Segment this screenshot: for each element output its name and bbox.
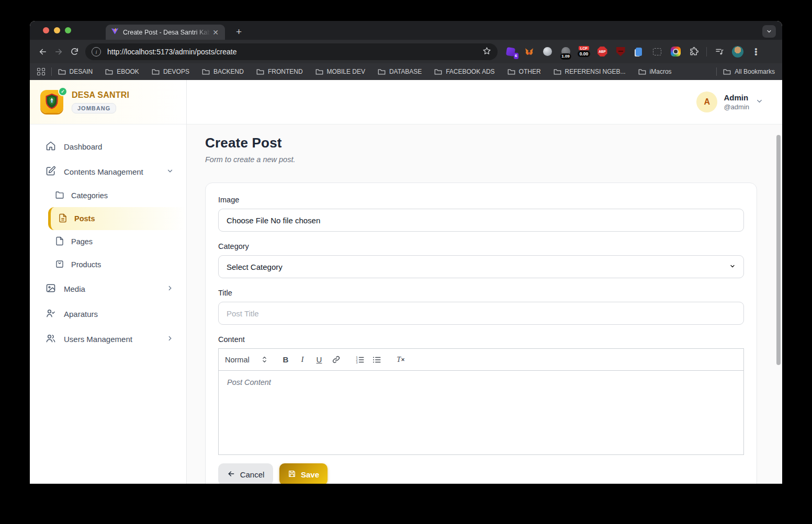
brand-logo: ✓ [40, 90, 64, 114]
category-select[interactable]: Select Category [218, 255, 744, 278]
user-avatar[interactable]: A [696, 92, 717, 112]
link-button[interactable] [329, 352, 343, 367]
editor-toolbar: Normal B I U 123 [219, 349, 743, 371]
sidebar-item-products[interactable]: Products [30, 253, 186, 276]
bookmarks-bar: DESAIN EBOOK DEVOPS BACKEND FRONTEND MOB… [30, 63, 782, 80]
save-button[interactable]: Save [279, 463, 328, 484]
folder-icon [434, 69, 442, 75]
bookmark-folder-referensi[interactable]: REFERENSI NGEB... [554, 68, 626, 75]
new-tab-button[interactable]: + [233, 26, 245, 38]
page-title: Create Post [205, 135, 757, 151]
back-icon[interactable] [35, 44, 51, 60]
user-handle: @admin [724, 103, 749, 111]
bullet-list-button[interactable] [369, 352, 384, 367]
tab-close-icon[interactable]: ✕ [210, 28, 221, 37]
sidebar-item-posts[interactable]: Posts [48, 207, 186, 230]
extension-version-icon[interactable]: 1.09 [560, 46, 571, 58]
browser-tab[interactable]: Create Post - Desa Santri Kab ✕ [106, 25, 225, 40]
file-icon [55, 236, 64, 247]
extensions-puzzle-icon[interactable] [688, 46, 700, 58]
tab-search-chevron-icon[interactable] [762, 25, 776, 38]
select-caret-icon [729, 263, 736, 270]
chevron-right-icon [166, 284, 174, 293]
close-window-button[interactable] [43, 27, 49, 33]
ordered-list-button[interactable]: 123 [353, 352, 367, 367]
extension-purple-icon[interactable]: 6 [505, 46, 516, 58]
category-selected-value: Select Category [227, 263, 283, 271]
mobile-view-icon[interactable] [633, 46, 645, 58]
folder-icon [315, 69, 323, 75]
site-info-icon[interactable]: i [92, 47, 101, 56]
bookmark-folder-other[interactable]: OTHER [508, 68, 541, 75]
sidebar-item-pages[interactable]: Pages [30, 230, 186, 253]
adblock-plus-icon[interactable]: ABP [596, 46, 608, 58]
browser-toolbar: i http://localhost:5173/admin/posts/crea… [30, 40, 782, 63]
edit-icon [46, 166, 56, 178]
sidebar-item-categories[interactable]: Categories [30, 184, 186, 207]
folder-icon [508, 69, 515, 75]
chevron-down-icon [166, 167, 174, 176]
sidebar-item-media[interactable]: Media [30, 276, 186, 301]
bookmark-folder-backend[interactable]: BACKEND [202, 68, 244, 75]
bookmark-folder-desain[interactable]: DESAIN [58, 68, 93, 75]
profile-avatar-icon[interactable] [732, 46, 743, 58]
extension-icons: 6 1.09 LCP0.00 ABP ••• [505, 46, 762, 58]
folder-icon [378, 69, 386, 75]
sidebar-item-dashboard[interactable]: Dashboard [30, 134, 186, 159]
sidebar-item-users-management[interactable]: Users Management [30, 326, 186, 351]
verified-check-icon: ✓ [58, 87, 67, 96]
color-ring-icon[interactable] [670, 46, 681, 58]
svg-text:3: 3 [356, 360, 358, 363]
editor-format-select[interactable]: Normal [225, 356, 271, 364]
sidebar-item-aparaturs[interactable]: Aparaturs [30, 301, 186, 326]
clear-format-button[interactable]: T✕ [393, 352, 408, 367]
screenshot-frame-icon[interactable] [651, 46, 663, 58]
image-file-input[interactable]: Choose File No file chosen [218, 209, 744, 232]
folder-icon [55, 190, 64, 201]
title-label: Title [218, 289, 744, 297]
extension-gray-ball-icon[interactable] [542, 46, 553, 58]
browser-window: Create Post - Desa Santri Kab ✕ + i http… [30, 21, 782, 484]
shield-blocker-icon[interactable] [615, 46, 626, 58]
editor-body[interactable]: Post Content [219, 371, 743, 454]
cancel-button[interactable]: Cancel [218, 463, 273, 484]
sidebar-item-contents-management[interactable]: Contents Management [30, 159, 186, 184]
minimize-window-button[interactable] [54, 27, 60, 33]
bookmark-folder-facebook-ads[interactable]: FACEBOOK ADS [434, 68, 494, 75]
bold-button[interactable]: B [278, 352, 293, 367]
user-check-icon [46, 308, 56, 320]
reload-icon[interactable] [66, 44, 82, 60]
bookmark-folder-ebook[interactable]: EBOOK [105, 68, 139, 75]
user-menu-chevron-icon[interactable] [755, 97, 763, 107]
content-field: Content Normal B I U [218, 335, 744, 455]
browser-menu-icon[interactable]: ••• [750, 46, 762, 58]
all-bookmarks-button[interactable]: All Bookmarks [723, 68, 775, 75]
rich-text-editor: Normal B I U 123 [218, 348, 744, 455]
forward-icon[interactable] [51, 44, 66, 60]
bookmark-folder-devops[interactable]: DEVOPS [152, 68, 189, 75]
url-text[interactable]: http://localhost:5173/admin/posts/create [107, 48, 482, 56]
apps-grid-icon[interactable] [37, 68, 45, 76]
page-content: Create Post Form to create a new post. I… [187, 124, 782, 484]
bookmark-folder-imacros[interactable]: iMacros [638, 68, 672, 75]
image-field: Image Choose File No file chosen [218, 196, 744, 232]
maximize-window-button[interactable] [65, 27, 71, 33]
italic-button[interactable]: I [295, 352, 310, 367]
app-root: ✓ DESA SANTRI JOMBANG Dashboard Contents… [30, 80, 782, 484]
title-input[interactable] [218, 302, 744, 325]
bookmark-folder-frontend[interactable]: FRONTEND [256, 68, 303, 75]
form-actions: Cancel Save [218, 463, 744, 484]
underline-button[interactable]: U [312, 352, 326, 367]
folder-icon [638, 69, 646, 75]
bookmark-folder-database[interactable]: DATABASE [378, 68, 422, 75]
reading-list-icon[interactable] [714, 46, 725, 58]
bookmark-folder-mobile-dev[interactable]: MOBILE DEV [315, 68, 365, 75]
bookmark-star-icon[interactable] [482, 47, 491, 57]
page-scrollbar[interactable] [776, 135, 781, 365]
lcp-extension-icon[interactable]: LCP0.00 [578, 46, 590, 58]
metamask-icon[interactable] [523, 46, 535, 58]
sidebar-nav: Dashboard Contents Management Categories… [30, 124, 186, 361]
folder-icon [554, 69, 561, 75]
url-bar[interactable]: i http://localhost:5173/admin/posts/crea… [85, 43, 498, 60]
chevron-right-icon [166, 335, 174, 344]
